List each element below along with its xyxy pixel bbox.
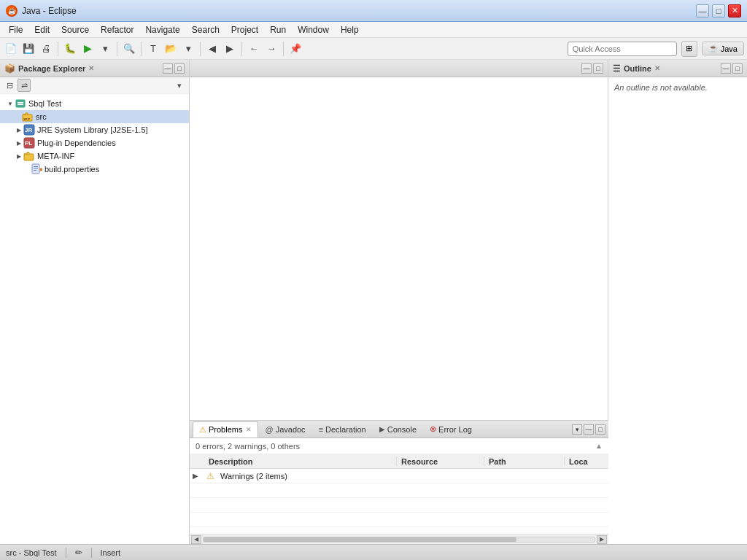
minimize-editor-button[interactable]: — xyxy=(581,63,592,74)
menu-refactor[interactable]: Refactor xyxy=(95,23,139,36)
menu-window[interactable]: Window xyxy=(292,23,335,36)
debug-button[interactable]: 🐛 xyxy=(62,41,78,57)
col-resource-header[interactable]: Resource xyxy=(397,457,484,466)
menu-file[interactable]: File xyxy=(3,23,28,36)
open-drop[interactable]: ▾ xyxy=(180,41,196,57)
package-explorer-icon: 📦 xyxy=(4,63,15,74)
tree-label-meta-inf: META-INF xyxy=(37,152,74,160)
prev-edit[interactable]: ◀ xyxy=(204,41,220,57)
menu-source[interactable]: Source xyxy=(55,23,95,36)
package-explorer-title-area: 📦 Package Explorer ✕ xyxy=(4,63,94,74)
tree-item-src[interactable]: src src xyxy=(0,110,189,123)
minimize-bottom-button[interactable]: — xyxy=(584,424,594,435)
errorlog-icon: ⊗ xyxy=(430,424,436,434)
tab-javadoc[interactable]: @ Javadoc xyxy=(258,421,311,438)
empty-row-2 xyxy=(190,498,608,513)
menu-edit[interactable]: Edit xyxy=(28,23,55,36)
problems-rows: ▶ ⚠ Warnings (2 items) xyxy=(190,469,608,534)
explorer-toolbar: ⊟ ⇌ ▾ xyxy=(0,77,189,94)
link-with-editor-button[interactable]: ⇌ xyxy=(18,79,31,92)
java-perspective-button[interactable]: ☕ Java xyxy=(702,42,744,55)
col-description-header[interactable]: Description xyxy=(204,457,397,466)
pin-editor[interactable]: 📌 xyxy=(287,41,303,57)
window-title: Java - Eclipse xyxy=(22,6,77,16)
tree-item-sbql-test[interactable]: ▼ Sbql Test xyxy=(0,97,189,110)
run-button[interactable]: ▶ xyxy=(80,41,96,57)
outline-icon: ☰ xyxy=(613,63,621,74)
maximize-bottom-button[interactable]: □ xyxy=(595,424,605,435)
tree-arrow-src xyxy=(15,112,22,121)
src-icon: src xyxy=(22,111,34,122)
maximize-editor-button[interactable]: □ xyxy=(593,63,603,74)
minimize-button[interactable]: — xyxy=(696,4,709,18)
jre-icon: JR xyxy=(23,124,35,136)
problems-tab-close[interactable]: ✕ xyxy=(246,426,252,433)
tab-errorlog[interactable]: ⊗ Error Log xyxy=(423,421,479,438)
minimize-outline-button[interactable]: — xyxy=(721,63,731,74)
scroll-left-button[interactable]: ◀ xyxy=(191,535,201,544)
title-bar: ☕ Java - Eclipse — □ ✕ xyxy=(0,0,747,22)
outline-title: Outline xyxy=(624,64,651,73)
toolbar: 📄 💾 🖨 🐛 ▶ ▾ 🔍 T 📂 ▾ ◀ ▶ ← → 📌 ⊞ ☕ Java xyxy=(0,38,747,60)
bottom-view-menu[interactable]: ▾ xyxy=(572,424,582,435)
tree-item-jre[interactable]: ▶ JR JRE System Library [J2SE-1.5] xyxy=(0,123,189,136)
outline-title-area: ☰ Outline ✕ xyxy=(613,63,660,74)
maximize-button[interactable]: □ xyxy=(712,4,725,18)
close-button[interactable]: ✕ xyxy=(728,4,741,18)
status-bar: src - Sbql Test ✏ Insert xyxy=(0,544,747,560)
back-button[interactable]: ← xyxy=(246,41,262,57)
bottom-horizontal-scrollbar: ◀ ▶ xyxy=(190,534,608,544)
explorer-menu-button[interactable]: ▾ xyxy=(173,79,186,92)
open-perspective-button[interactable]: ⊞ xyxy=(681,41,697,57)
menu-project[interactable]: Project xyxy=(225,23,264,36)
menu-search[interactable]: Search xyxy=(186,23,225,36)
maximize-outline-button[interactable]: □ xyxy=(732,63,743,74)
javadoc-label: Javadoc xyxy=(276,425,306,434)
tab-console[interactable]: ▶ Console xyxy=(373,421,423,438)
package-explorer-close[interactable]: ✕ xyxy=(88,64,94,72)
expand-warnings-button[interactable]: ▶ xyxy=(190,472,204,480)
warning-icon: ⚠ xyxy=(204,470,216,482)
editor-area: — □ xyxy=(190,60,608,420)
project-icon xyxy=(15,98,26,109)
outline-close[interactable]: ✕ xyxy=(654,64,660,72)
bottom-area: ⚠ Problems ✕ @ Javadoc ≡ Declaration ▶ C… xyxy=(190,420,608,544)
tree-arrow-jre: ▶ xyxy=(15,125,23,134)
tree-item-plugin[interactable]: ▶ PL Plug-in Dependencies xyxy=(0,136,189,149)
tree-item-meta-inf[interactable]: ▶ META-INF xyxy=(0,149,189,163)
status-text: src - Sbql Test xyxy=(6,548,57,557)
svg-rect-1 xyxy=(18,102,23,104)
quick-access-input[interactable] xyxy=(568,42,677,56)
new-button[interactable]: 📄 xyxy=(3,41,19,57)
outline-message: An outline is not available. xyxy=(608,77,747,98)
search-button[interactable]: 🔍 xyxy=(121,41,137,57)
next-edit[interactable]: ▶ xyxy=(222,41,238,57)
open-resource[interactable]: 📂 xyxy=(163,41,179,57)
save-button[interactable]: 💾 xyxy=(20,41,36,57)
run-dropdown[interactable]: ▾ xyxy=(97,41,113,57)
editor-canvas xyxy=(190,77,608,420)
menu-navigate[interactable]: Navigate xyxy=(139,23,185,36)
svg-rect-13 xyxy=(34,170,36,171)
scroll-thumb xyxy=(204,537,516,542)
collapse-all-button[interactable]: ⊟ xyxy=(3,79,16,92)
warnings-group-row[interactable]: ▶ ⚠ Warnings (2 items) xyxy=(190,469,608,483)
scroll-right-button[interactable]: ▶ xyxy=(597,535,607,544)
scroll-track[interactable] xyxy=(203,537,595,542)
outline-header: ☰ Outline ✕ — □ xyxy=(608,60,747,77)
minimize-panel-button[interactable]: — xyxy=(163,63,173,74)
tree-area: ▼ Sbql Test src xyxy=(0,94,189,544)
menu-run[interactable]: Run xyxy=(264,23,292,36)
open-type[interactable]: T xyxy=(145,41,161,57)
tab-problems[interactable]: ⚠ Problems ✕ xyxy=(193,421,258,438)
col-location-header[interactable]: Loca xyxy=(565,457,608,466)
print-button[interactable]: 🖨 xyxy=(38,41,54,57)
maximize-panel-button[interactable]: □ xyxy=(174,63,185,74)
tab-declaration[interactable]: ≡ Declaration xyxy=(312,421,373,438)
menu-help[interactable]: Help xyxy=(335,23,365,36)
tree-arrow-meta-inf: ▶ xyxy=(15,152,23,160)
tree-item-build-props[interactable]: build.properties xyxy=(0,163,189,176)
col-path-header[interactable]: Path xyxy=(484,457,565,466)
svg-rect-11 xyxy=(34,166,38,167)
forward-button[interactable]: → xyxy=(263,41,279,57)
